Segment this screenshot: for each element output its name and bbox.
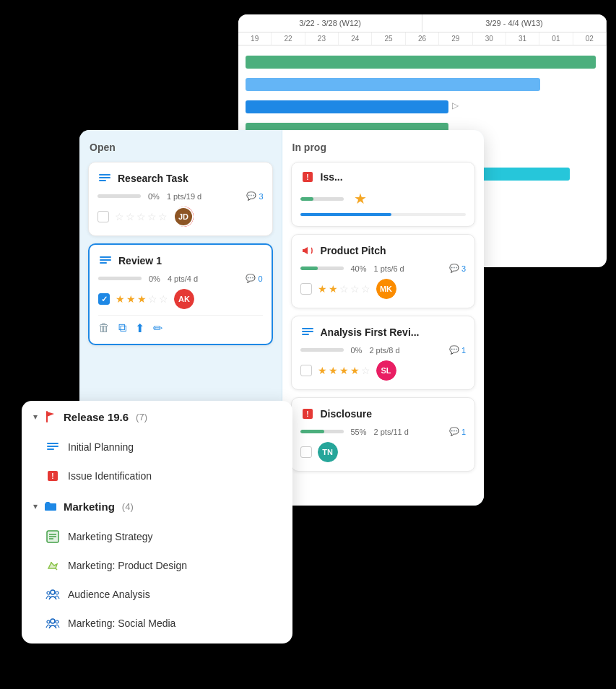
comment-count[interactable]: 💬 1 — [449, 345, 466, 355]
card-header: Product Pitch — [300, 243, 467, 258]
progress-pct: 0% — [351, 346, 363, 355]
folder-icon — [43, 499, 58, 514]
list-item-initial-planning[interactable]: Initial Planning — [22, 433, 292, 462]
comment-number: 3 — [259, 192, 263, 201]
comment-icon: 💬 — [246, 191, 256, 201]
gantt-row-2 — [238, 74, 607, 95]
gantt-week-13: 3/29 - 4/4 (W13) — [422, 14, 607, 32]
svg-rect-8 — [302, 328, 313, 329]
svg-point-28 — [51, 619, 55, 623]
list-item-marketing-strategy[interactable]: Marketing Strategy — [22, 522, 292, 551]
svg-rect-0 — [99, 174, 110, 176]
flag-icon — [43, 410, 58, 424]
item-label: Marketing: Product Design — [68, 560, 187, 571]
card-checkbox[interactable] — [300, 283, 312, 295]
gantt-header: 3/22 - 3/28 (W12) 3/29 - 4/4 (W13) — [238, 14, 607, 32]
pts-label: 2 pts/8 d — [369, 346, 399, 355]
progress-bar — [300, 348, 344, 352]
svg-rect-1 — [99, 177, 110, 178]
comment-icon: 💬 — [449, 264, 459, 273]
list-item-audience-analysis[interactable]: Audience Analysis — [22, 580, 292, 609]
svg-rect-15 — [47, 446, 58, 447]
group-release-title: Release 19.6 — [64, 411, 129, 423]
card-checkbox[interactable]: ✓ — [98, 293, 110, 305]
share-icon[interactable]: ⬆ — [135, 321, 144, 335]
card-product-pitch: Product Pitch 40% 1 pts/6 d 💬 3 ★ ★ ☆ — [291, 234, 476, 308]
star-rating[interactable]: ★ ★ ★ ☆ ☆ — [116, 293, 168, 305]
list-group-release[interactable]: ▾ Release 19.6 (7) — [22, 401, 292, 433]
star-rating[interactable]: ★ ★ ☆ ☆ ☆ — [318, 283, 370, 295]
card-issue: ! Iss... ★ — [291, 162, 476, 227]
card-disclosure: ! Disclosure 55% 2 pts/11 d 💬 1 — [291, 397, 476, 472]
svg-point-29 — [47, 620, 50, 623]
kanban-col-inprog: In prog ! Iss... ★ — [282, 130, 485, 506]
gantt-week-12: 3/22 - 3/28 (W12) — [238, 14, 422, 32]
svg-rect-9 — [302, 331, 313, 332]
card-title: Product Pitch — [321, 245, 386, 256]
star-4: ☆ — [148, 293, 157, 305]
chevron-icon: ▾ — [33, 501, 38, 511]
card-header: ! Disclosure — [300, 407, 467, 421]
progress-bar — [98, 277, 142, 280]
comment-icon: 💬 — [449, 345, 459, 355]
assignee-avatar: MK — [376, 279, 396, 299]
comment-count[interactable]: 💬 0 — [246, 274, 262, 283]
gantt-row-3: ▷ — [238, 97, 607, 117]
card-meta: ★ — [300, 190, 467, 207]
task-icon — [300, 325, 315, 339]
comment-number: 0 — [258, 274, 262, 283]
kanban-inprog-title: In prog — [291, 142, 476, 153]
svg-point-26 — [47, 592, 50, 594]
comment-count[interactable]: 💬 1 — [449, 427, 466, 436]
issue-icon: ! — [300, 170, 315, 184]
list-item-marketing-product-design[interactable]: Marketing: Product Design — [22, 551, 292, 580]
star-5: ☆ — [158, 211, 168, 222]
card-analysis-first-review: Analysis First Revi... 0% 2 pts/8 d 💬 1 … — [291, 316, 476, 390]
assignee-avatar: JD — [173, 207, 194, 227]
pts-label: 2 pts/11 d — [374, 428, 409, 436]
svg-rect-5 — [100, 262, 107, 264]
star-rating[interactable]: ☆ ☆ ☆ ☆ ☆ — [115, 211, 168, 222]
star-3: ☆ — [136, 211, 146, 222]
comment-icon: 💬 — [246, 274, 256, 283]
card-meta: 40% 1 pts/6 d 💬 3 — [300, 264, 467, 273]
svg-point-24 — [51, 562, 52, 563]
card-checkbox[interactable] — [97, 211, 109, 222]
card-checkbox[interactable] — [300, 365, 312, 376]
comment-count[interactable]: 💬 3 — [449, 264, 466, 273]
card-meta: 55% 2 pts/11 d 💬 1 — [300, 427, 467, 436]
copy-icon[interactable]: ⧉ — [118, 321, 126, 335]
card-footer: ☆ ☆ ☆ ☆ ☆ JD — [97, 207, 264, 227]
list-item-issue-identification[interactable]: ! Issue Identification — [22, 462, 292, 490]
group-release-count: (7) — [136, 412, 147, 422]
star-4: ☆ — [350, 283, 360, 295]
card-title: Research Task — [118, 173, 188, 184]
svg-text:!: ! — [306, 173, 308, 181]
item-label: Marketing Strategy — [68, 531, 153, 542]
card-research-task: Research Task 0% 1 pts/19 d 💬 3 ☆ ☆ ☆ — [88, 162, 273, 236]
star-5: ☆ — [361, 283, 370, 295]
svg-point-30 — [56, 620, 58, 623]
star-3: ★ — [339, 365, 349, 376]
progress-bar — [300, 430, 344, 433]
card-checkbox[interactable] — [300, 446, 312, 458]
star-5: ☆ — [361, 365, 370, 376]
star-2: ★ — [329, 365, 338, 376]
card-header: Analysis First Revi... — [300, 325, 467, 339]
card-title: Disclosure — [321, 408, 373, 420]
gantt-days-row: 19 22 23 24 25 26 29 30 31 01 02 — [238, 32, 607, 46]
delete-icon[interactable]: 🗑 — [98, 321, 110, 335]
design-icon — [45, 558, 61, 573]
comment-count[interactable]: 💬 3 — [246, 191, 263, 201]
list-item-marketing-social-media[interactable]: Marketing: Social Media — [22, 609, 292, 638]
star-3: ☆ — [339, 283, 349, 295]
svg-text:!: ! — [306, 410, 308, 418]
list-group-marketing[interactable]: ▾ Marketing (4) — [22, 490, 292, 522]
star-5: ☆ — [159, 293, 168, 305]
star-rating[interactable]: ★ ★ ★ ★ ☆ — [318, 365, 370, 376]
progress-pct: 0% — [149, 274, 160, 283]
task-icon — [98, 254, 113, 268]
star-1: ☆ — [115, 211, 124, 222]
card-gantt-bar — [300, 213, 467, 216]
edit-icon[interactable]: ✏ — [153, 321, 162, 335]
